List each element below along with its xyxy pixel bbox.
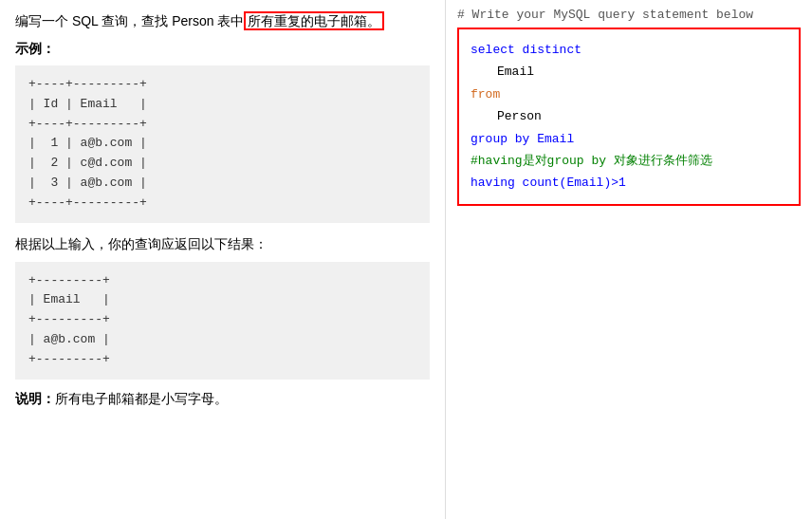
comment-hash: # Write your MySQL query statement [457, 8, 716, 22]
code-line-7: having count(Email)>1 [471, 172, 787, 194]
right-panel[interactable]: # Write your MySQL query statement below… [446, 0, 812, 519]
keyword-from: from [471, 87, 500, 102]
code-line-2: Email [471, 61, 787, 83]
result-label: 根据以上输入，你的查询应返回以下结果： [15, 234, 430, 254]
example-label: 示例： [15, 41, 430, 58]
problem-highlight: 所有重复的电子邮箱。 [244, 11, 384, 30]
keyword-select: select distinct [471, 43, 581, 57]
code-line-5: group by Email [471, 128, 787, 150]
comment-below: below [716, 8, 753, 22]
code-line-3: from [471, 83, 787, 105]
comment-having: #having是对group by 对象进行条件筛选 [471, 154, 712, 168]
problem-statement: 编写一个 SQL 查询，查找 Person 表中所有重复的电子邮箱。 [15, 11, 430, 31]
input-table: +----+---------+ | Id | Email | +----+--… [15, 65, 430, 223]
table-person: Person [497, 109, 542, 123]
note-text: 所有电子邮箱都是小写字母。 [55, 391, 228, 406]
code-line-4: Person [471, 105, 787, 127]
note-strong: 说明： [15, 391, 55, 406]
keyword-having: having count(Email)>1 [471, 176, 626, 190]
left-panel: 编写一个 SQL 查询，查找 Person 表中所有重复的电子邮箱。 示例： +… [0, 0, 446, 519]
code-editor[interactable]: select distinct Email from Person group … [457, 28, 801, 206]
note: 说明：所有电子邮箱都是小写字母。 [15, 391, 430, 408]
code-line-1: select distinct [471, 39, 787, 61]
field-email: Email [497, 65, 534, 79]
editor-comment: # Write your MySQL query statement below [457, 8, 801, 22]
code-line-6: #having是对group by 对象进行条件筛选 [471, 150, 787, 172]
keyword-groupby: group by Email [471, 132, 574, 146]
problem-prefix: 编写一个 SQL 查询，查找 Person 表中 [15, 13, 244, 28]
output-table: +---------+ | Email | +---------+ | a@b.… [15, 262, 430, 380]
